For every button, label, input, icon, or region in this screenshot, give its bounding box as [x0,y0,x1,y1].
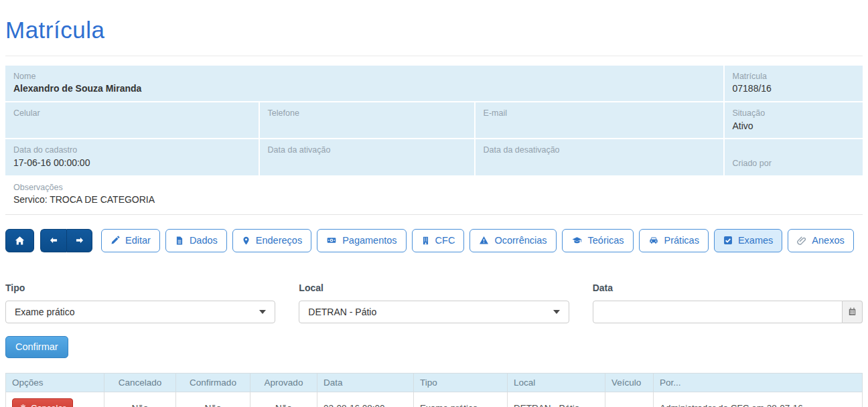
map-marker-icon [242,236,250,246]
field-celular-label: Celular [13,107,250,120]
tab-cfc[interactable]: CFC [412,229,465,252]
tab-editar[interactable]: Editar [101,229,160,252]
field-observacoes-label: Observações [13,181,855,194]
tab-praticas-label: Práticas [664,235,699,246]
field-situacao: Situação Ativo [725,102,863,138]
tab-pagamentos[interactable]: Pagamentos [317,229,406,252]
tab-anexos[interactable]: Anexos [788,229,853,252]
field-telefone: Telefone [260,102,474,138]
check-square-icon [723,236,733,245]
local-select-value: DETRAN - Pátio [308,307,376,317]
tab-ocorrencias[interactable]: Ocorrências [469,229,556,252]
exams-table: Opções Cancelado Confirmado Aprovado Dat… [5,373,863,407]
tab-teoricas-label: Teóricas [588,235,624,246]
home-button[interactable] [5,229,34,252]
header-por: Por... [654,373,863,392]
enrollment-info-panel: Nome Alexandro de Souza Miranda Matrícul… [5,66,863,215]
building-icon [421,236,430,246]
trash-icon [19,404,27,407]
cancelar-button[interactable]: Cancelar [12,398,73,407]
previous-record-button[interactable] [40,229,66,252]
tab-praticas[interactable]: Práticas [639,229,709,252]
field-telefone-label: Telefone [268,107,466,120]
tab-anexos-label: Anexos [812,235,844,246]
page: Matrícula Nome Alexandro de Souza Mirand… [0,0,868,407]
tab-exames[interactable]: Exames [714,229,782,252]
tipo-label: Tipo [5,282,275,293]
cell-veiculo [605,392,654,407]
field-matricula-value: 07188/16 [733,82,855,96]
arrow-right-icon [75,236,84,245]
field-data-ativacao-value [268,157,466,169]
field-data-cadastro: Data do cadastro 17-06-16 00:00:00 [5,139,259,175]
tab-dados-label: Dados [190,235,218,246]
data-input-group [593,301,863,323]
data-label: Data [593,282,863,293]
field-data-desativacao-value [484,157,715,169]
field-data-ativacao-label: Data da ativação [268,144,466,157]
header-aprovado: Aprovado [250,373,317,392]
tab-exames-label: Exames [738,235,773,246]
tipo-select-value: Exame prático [15,307,74,317]
tab-ocorrencias-label: Ocorrências [494,235,547,246]
page-header: Matrícula [5,0,863,56]
tab-pagamentos-label: Pagamentos [342,235,396,246]
record-nav-group [40,229,92,252]
field-observacoes: Observações Servico: TROCA DE CATEGORIA [5,177,863,215]
field-matricula-label: Matrícula [733,70,855,83]
header-confirmado: Confirmado [176,373,250,392]
exam-filter-form: Tipo Exame prático Local DETRAN - Pátio … [5,282,863,323]
tab-dados[interactable]: Dados [165,229,227,252]
field-celular: Celular [5,102,259,138]
field-data-cadastro-label: Data do cadastro [13,144,250,157]
tab-editar-label: Editar [125,235,151,246]
cell-data: 02-08-16 08:00 [317,392,414,407]
tipo-field-group: Tipo Exame prático [5,282,275,323]
cell-por: Administrador do CFC em 28-07-16 [654,392,863,407]
cell-cancelado: Não [104,392,176,407]
money-icon [326,236,337,245]
field-data-desativacao: Data da desativação [476,139,723,175]
data-field-group: Data [593,282,863,323]
tipo-select[interactable]: Exame prático [5,301,275,323]
field-email: E-mail [476,102,723,138]
car-icon [648,236,659,245]
arrow-left-icon [49,236,58,245]
header-cancelado: Cancelado [104,373,176,392]
field-situacao-value: Ativo [733,120,855,133]
document-icon [175,236,184,246]
field-data-desativacao-label: Data da desativação [484,144,715,157]
home-icon [15,236,25,246]
cell-opcoes: Cancelar [6,392,104,407]
field-celular-value [13,120,250,133]
tab-teoricas[interactable]: Teóricas [562,229,634,252]
field-nome-value: Alexandro de Souza Miranda [13,82,715,96]
data-input[interactable] [593,301,843,323]
tab-enderecos[interactable]: Endereços [232,229,311,252]
calendar-icon [848,307,857,316]
page-title: Matrícula [5,17,863,44]
header-data: Data [317,373,414,392]
field-situacao-label: Situação [733,107,855,120]
graduation-cap-icon [571,236,583,245]
cell-local: DETRAN - Pátio [508,392,605,407]
field-email-label: E-mail [484,107,715,120]
chevron-down-icon [553,310,560,314]
field-data-cadastro-value: 17-06-16 00:00:00 [13,157,250,170]
field-observacoes-value: Servico: TROCA DE CATEGORIA [13,193,855,207]
header-local: Local [508,373,605,392]
table-header-row: Opções Cancelado Confirmado Aprovado Dat… [6,373,863,392]
chevron-down-icon [259,310,266,314]
header-veiculo: Veículo [605,373,654,392]
table-row: Cancelar Não Não Não 02-08-16 08:00 Exam… [6,392,863,407]
field-criado-por-label: Criado por [733,157,855,170]
confirmar-button[interactable]: Confirmar [5,336,68,358]
toolbar: Editar Dados Endereços Pagamentos CFC [5,229,863,252]
calendar-addon-button[interactable] [843,301,863,323]
next-record-button[interactable] [66,229,92,252]
cancelar-button-label: Cancelar [31,403,66,407]
cell-aprovado: Não [250,392,317,407]
local-select[interactable]: DETRAN - Pátio [299,301,569,323]
field-criado-por: Criado por [725,139,863,175]
tab-enderecos-label: Endereços [256,235,302,246]
